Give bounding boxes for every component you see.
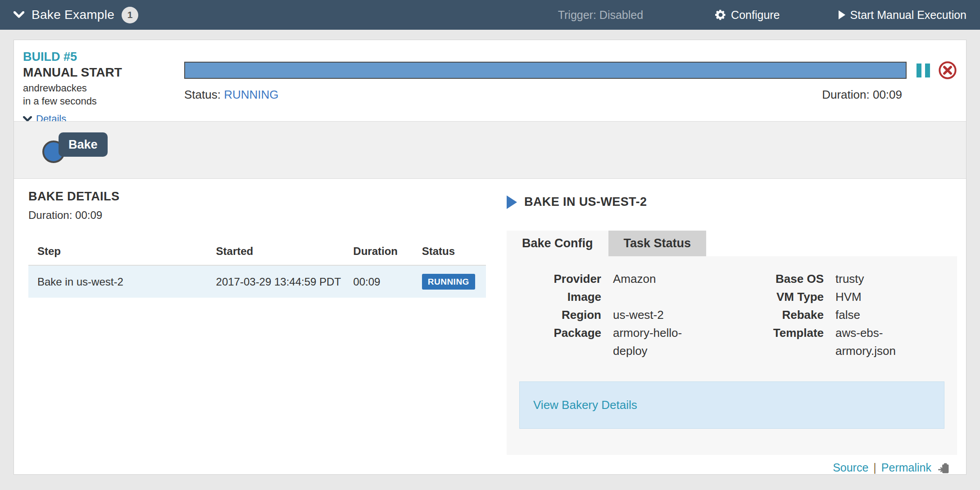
link-separator: | [873, 461, 876, 474]
start-type-label: MANUAL START [23, 65, 184, 80]
view-bakery-details-link[interactable]: View Bakery Details [533, 398, 637, 412]
execution-duration: Duration: 00:09 [822, 88, 902, 102]
play-icon [839, 10, 845, 19]
pause-execution-button[interactable] [916, 64, 930, 77]
config-value: us-west-2 [613, 306, 703, 324]
tab-task-status[interactable]: Task Status [608, 231, 707, 256]
execution-progress-fill [185, 63, 906, 78]
config-value: false [835, 306, 931, 324]
pipeline-title: Bake Example [32, 8, 114, 22]
status-value-link[interactable]: RUNNING [224, 88, 278, 101]
pause-icon [925, 64, 930, 77]
config-label: Package [524, 324, 601, 360]
step-started-cell: 2017-03-29 13:44:59 PDT [216, 265, 354, 298]
cancel-execution-button[interactable] [938, 61, 957, 80]
config-group-right: Base OS trusty VM Type HVM Rebake false … [746, 270, 931, 360]
play-icon [507, 195, 517, 209]
execution-summary: BUILD #5 MANUAL START andrewbackes in a … [14, 40, 966, 121]
status-badge: RUNNING [422, 274, 475, 290]
status-label: Status: [184, 88, 221, 101]
config-label: VM Type [746, 288, 824, 306]
config-group-left: Provider Amazon Image Region us-west-2 P… [524, 270, 703, 360]
steps-table: Step Started Duration Status Bake in us-… [28, 240, 486, 298]
source-permalink-row: Source | Permalink [507, 461, 957, 474]
source-link[interactable]: Source [833, 461, 868, 474]
config-label: Provider [524, 270, 601, 288]
execution-meta: BUILD #5 MANUAL START andrewbackes in a … [23, 49, 184, 121]
execution-progress-group: Status: RUNNING Duration: 00:09 [184, 49, 957, 121]
bakery-details-box: View Bakery Details [519, 381, 944, 429]
bake-details-title: BAKE DETAILS [28, 190, 486, 204]
stage-panel-title-row: BAKE IN US-WEST-2 [507, 195, 957, 209]
gear-icon [715, 9, 726, 20]
execution-status: Status: RUNNING [184, 88, 279, 102]
execution-progress-bar[interactable] [184, 62, 907, 79]
configure-button[interactable]: Configure [715, 9, 780, 22]
stage-panel-tabs: Bake Config Task Status [507, 231, 957, 256]
stage-panel-title: BAKE IN US-WEST-2 [524, 195, 647, 209]
permalink-link[interactable]: Permalink [881, 461, 931, 474]
config-value: HVM [835, 288, 931, 306]
start-manual-execution-button[interactable]: Start Manual Execution [839, 9, 966, 22]
execution-count-badge: 1 [122, 7, 138, 23]
triggered-by-user: andrewbackes [23, 82, 184, 95]
stage-node-bake[interactable]: Bake [14, 122, 122, 179]
pipeline-title-group[interactable]: Bake Example 1 [14, 7, 138, 23]
cancel-icon [938, 61, 957, 80]
table-row[interactable]: Bake in us-west-2 2017-03-29 13:44:59 PD… [28, 265, 486, 298]
pipeline-graph: Bake [14, 121, 966, 179]
execution-card: BUILD #5 MANUAL START andrewbackes in a … [14, 40, 966, 475]
column-header-duration: Duration [353, 240, 422, 265]
column-header-status: Status [422, 240, 486, 265]
column-header-step: Step [28, 240, 216, 265]
pipeline-header: Bake Example 1 Trigger: Disabled Configu… [0, 0, 980, 30]
config-value: trusty [835, 270, 931, 288]
config-value [613, 288, 703, 306]
trigger-status: Trigger: Disabled [558, 9, 643, 22]
config-value: armory-hello-deploy [613, 324, 703, 360]
config-label: Base OS [746, 270, 824, 288]
bake-details-duration: Duration: 00:09 [28, 209, 486, 222]
step-name-cell: Bake in us-west-2 [28, 265, 216, 298]
step-status-cell: RUNNING [422, 265, 486, 298]
config-value: aws-ebs-armory.json [835, 324, 931, 360]
config-value: Amazon [613, 270, 703, 288]
step-duration-cell: 00:09 [353, 265, 422, 298]
stage-details-area: BAKE DETAILS Duration: 00:09 Step Starte… [14, 179, 966, 474]
config-label: Template [746, 324, 824, 360]
stage-panel: BAKE IN US-WEST-2 Bake Config Task Statu… [507, 190, 957, 474]
copy-permalink-clipboard-icon[interactable] [938, 462, 950, 474]
stage-label: Bake [59, 132, 108, 157]
configure-label: Configure [731, 9, 780, 22]
config-label: Region [524, 306, 601, 324]
bake-config-panel: Provider Amazon Image Region us-west-2 P… [507, 256, 957, 455]
bake-details-section: BAKE DETAILS Duration: 00:09 Step Starte… [28, 190, 486, 474]
start-manual-execution-label: Start Manual Execution [850, 9, 966, 22]
tab-bake-config[interactable]: Bake Config [507, 231, 608, 256]
config-label: Image [524, 288, 601, 306]
column-header-started: Started [216, 240, 354, 265]
relative-start-time: in a few seconds [23, 95, 184, 108]
header-actions: Trigger: Disabled Configure Start Manual… [558, 9, 966, 22]
config-label: Rebake [746, 306, 824, 324]
chevron-down-icon [14, 11, 24, 18]
pause-icon [916, 64, 921, 77]
build-number: BUILD #5 [23, 50, 184, 64]
